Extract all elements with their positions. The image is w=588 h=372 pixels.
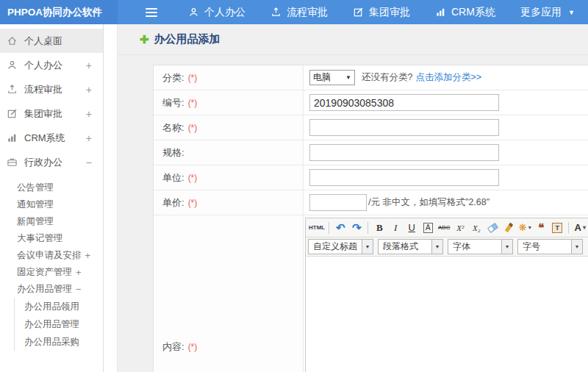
subscript-button[interactable]: X₂ (469, 221, 484, 235)
sidebar-item-crm[interactable]: CRM系统 + (0, 126, 103, 150)
collapse-minus-icon[interactable]: − (86, 157, 92, 168)
price-input[interactable] (309, 194, 367, 211)
edit-square-icon (7, 108, 19, 119)
paragraph-format-dropdown[interactable]: 段落格式 ▾ (378, 239, 443, 254)
nav-item-crm[interactable]: CRM系统 (435, 6, 495, 19)
sidebar-subitem-supplies-purchase[interactable]: 办公用品采购 (15, 333, 103, 351)
nav-item-workflow-approval[interactable]: 流程审批 (270, 6, 328, 19)
font-family-dropdown[interactable]: 字体 ▾ (448, 239, 513, 254)
eraser-icon[interactable] (485, 221, 500, 235)
sidebar-item-label: CRM系统 (24, 132, 65, 145)
sidebar-subitem-memorabilia-mgmt[interactable]: 大事记管理 (0, 230, 103, 247)
price-format-hint: /元 非中文，如填写格式"2.68" (368, 196, 490, 209)
html-source-button[interactable]: HTML (309, 221, 325, 235)
sidebar-subitem-news-mgmt[interactable]: 新闻管理 (0, 213, 103, 230)
spec-input[interactable] (309, 144, 499, 161)
sidebar-subitem-supplies-claim[interactable]: 办公用品领用 (15, 298, 103, 315)
toolbar-separator (329, 222, 329, 234)
admin-office-submenu: 公告管理 通知管理 新闻管理 大事记管理 会议申请及安排 + 固定资产管理 + … (0, 179, 103, 351)
expand-plus-icon[interactable]: + (86, 60, 92, 71)
italic-button[interactable]: I (388, 221, 403, 235)
subitem-label: 通知管理 (17, 198, 54, 211)
nav-label: 更多应用 (520, 6, 562, 19)
subitem-label: 办公用品管理 (17, 283, 72, 296)
superscript-button[interactable]: X² (453, 221, 467, 235)
bold-button[interactable]: B (372, 221, 387, 235)
form-row-price: 单价: (*) /元 非中文，如填写格式"2.68" (154, 190, 588, 215)
editor-content-area[interactable] (306, 257, 588, 372)
format-painter-button[interactable]: ❋▾ (517, 221, 532, 235)
category-select[interactable]: 电脑 ▼ (309, 70, 355, 85)
subitem-label: 办公用品管理 (24, 318, 79, 331)
sidebar-item-personal-office[interactable]: 个人办公 + (0, 53, 103, 77)
upload-icon (270, 7, 282, 18)
form-row-content: 内容: (*) HTML ↶ ↷ B I U A ABC (154, 215, 588, 372)
redo-icon[interactable]: ↷ (349, 221, 364, 235)
category-hint: 还没有分类? (362, 71, 412, 84)
nav-label: CRM系统 (451, 6, 495, 19)
page-title: 办公用品添加 (154, 32, 220, 46)
unit-label: 单位: (*) (154, 165, 304, 190)
subitem-label: 公告管理 (17, 182, 54, 194)
caret-down-icon: ▾ (528, 224, 531, 231)
paste-as-text-button[interactable]: T (550, 221, 564, 235)
name-input[interactable] (309, 119, 499, 136)
add-plus-icon: ✚ (140, 33, 149, 46)
collapse-minus-icon[interactable]: − (76, 284, 82, 295)
required-mark: (*) (188, 198, 198, 208)
form-row-code: 编号: (*) (154, 90, 588, 115)
sidebar-item-label: 行政办公 (24, 156, 62, 169)
subitem-label: 新闻管理 (17, 215, 54, 228)
menu-toggle-icon[interactable] (146, 8, 157, 17)
user-icon (7, 60, 19, 71)
subitem-label: 大事记管理 (17, 232, 63, 245)
toolbar-separator (368, 222, 368, 234)
expand-plus-icon[interactable]: + (85, 250, 91, 261)
clear-format-brush-icon[interactable] (501, 221, 516, 235)
sidebar-subitem-fixed-assets[interactable]: 固定资产管理 + (0, 264, 103, 281)
sidebar-item-label: 集团审批 (24, 107, 62, 121)
subitem-label: 会议申请及安排 (17, 249, 82, 262)
sidebar-subitem-office-supplies-mgmt[interactable]: 办公用品管理 − (0, 281, 103, 298)
add-category-link[interactable]: 点击添加分类>> (415, 71, 481, 84)
nav-item-group-approval[interactable]: 集团审批 (353, 6, 410, 19)
sidebar-item-workflow-approval[interactable]: 流程审批 + (0, 77, 103, 101)
expand-plus-icon[interactable]: + (76, 267, 82, 278)
blockquote-button[interactable]: ❝ (534, 221, 548, 235)
nav-label: 个人办公 (204, 6, 245, 19)
sidebar-item-admin-office[interactable]: 行政办公 − (0, 150, 103, 174)
underline-button[interactable]: U (404, 221, 419, 235)
required-mark: (*) (188, 98, 198, 108)
sidebar: 个人桌面 个人办公 + 流程审批 + 集团审批 + CRM系统 + 行政办公 −… (0, 24, 104, 372)
unit-input[interactable] (309, 169, 499, 186)
sidebar-item-personal-desktop[interactable]: 个人桌面 (0, 29, 103, 53)
sidebar-item-group-approval[interactable]: 集团审批 + (0, 101, 103, 126)
font-color-button[interactable]: A▾ (573, 221, 587, 235)
form-row-spec: 规格: (154, 140, 588, 165)
nav-item-personal-office[interactable]: 个人办公 (188, 6, 245, 19)
font-size-dropdown[interactable]: 字号 ▾ (517, 239, 583, 254)
expand-plus-icon[interactable]: + (86, 132, 92, 144)
nav-label: 集团审批 (369, 6, 410, 19)
user-icon (188, 7, 199, 18)
supplies-add-form: 分类: (*) 电脑 ▼ 还没有分类? 点击添加分类>> 编号: (*) (153, 65, 588, 372)
briefcase-icon (7, 157, 19, 168)
sidebar-subitem-supplies-manage[interactable]: 办公用品管理 (15, 315, 103, 333)
caret-down-icon: ▾ (583, 224, 586, 231)
caret-down-icon: ▾ (571, 240, 582, 254)
nav-item-more-apps[interactable]: 更多应用 ▼ (520, 6, 575, 19)
main-content: ✚ 办公用品添加 分类: (*) 电脑 ▼ 还没有分类? 点击添加分类>> 编号… (118, 24, 588, 372)
sidebar-subitem-announcement-mgmt[interactable]: 公告管理 (0, 179, 103, 196)
code-input[interactable] (309, 94, 499, 111)
sidebar-subitem-meeting-request[interactable]: 会议申请及安排 + (0, 247, 103, 264)
strikethrough-button[interactable]: ABC (437, 221, 451, 235)
font-style-button[interactable]: A (420, 221, 435, 235)
bar-chart-icon (7, 132, 19, 143)
undo-icon[interactable]: ↶ (333, 221, 348, 235)
expand-plus-icon[interactable]: + (86, 84, 92, 96)
sidebar-subitem-notice-mgmt[interactable]: 通知管理 (0, 196, 103, 213)
form-row-name: 名称: (*) (154, 115, 588, 140)
expand-plus-icon[interactable]: + (86, 108, 92, 120)
code-label: 编号: (*) (154, 90, 304, 115)
custom-heading-dropdown[interactable]: 自定义标题 ▾ (308, 239, 373, 254)
